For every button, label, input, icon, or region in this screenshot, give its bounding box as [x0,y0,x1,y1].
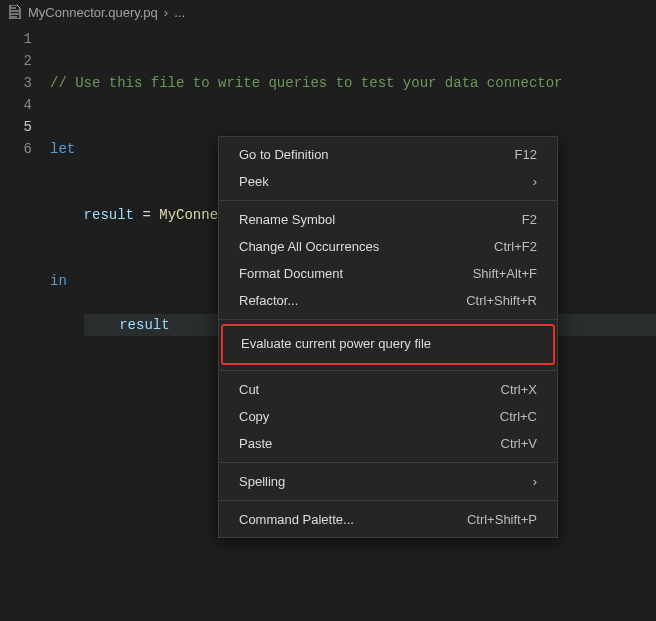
menu-item-cut[interactable]: Cut Ctrl+X [219,376,557,403]
keyword-token: in [50,273,67,289]
line-number: 1 [0,28,32,50]
highlighted-menu-region: Evaluate current power query file [221,324,555,365]
menu-shortcut: Ctrl+X [501,382,537,397]
comment-token: // Use this file to write queries to tes… [50,75,562,91]
breadcrumb-filename[interactable]: MyConnector.query.pq [28,5,158,20]
menu-shortcut: Ctrl+C [500,409,537,424]
menu-item-paste[interactable]: Paste Ctrl+V [219,430,557,457]
menu-label: Cut [239,382,259,397]
menu-separator [219,319,557,320]
menu-label: Evaluate current power query file [241,336,431,351]
menu-label: Change All Occurrences [239,239,379,254]
menu-item-copy[interactable]: Copy Ctrl+C [219,403,557,430]
line-number: 4 [0,94,32,116]
context-menu: Go to Definition F12 Peek › Rename Symbo… [218,136,558,538]
menu-shortcut: Shift+Alt+F [473,266,537,281]
menu-shortcut: Ctrl+V [501,436,537,451]
menu-label: Spelling [239,474,285,489]
breadcrumb-separator: › [164,5,168,20]
line-number-current: 5 [0,116,32,138]
menu-label: Peek [239,174,269,189]
identifier-token: result [84,207,134,223]
menu-item-rename-symbol[interactable]: Rename Symbol F2 [219,206,557,233]
breadcrumb-crumb[interactable]: ... [174,5,185,20]
operator-token: = [134,207,159,223]
line-number: 2 [0,50,32,72]
menu-separator [219,370,557,371]
line-number-gutter: 1 2 3 4 5 6 [0,28,50,424]
identifier-token: result [119,317,169,333]
menu-label: Refactor... [239,293,298,308]
menu-item-spelling[interactable]: Spelling › [219,468,557,495]
menu-label: Format Document [239,266,343,281]
indent [50,207,84,223]
chevron-right-icon: › [533,474,537,489]
menu-shortcut: Ctrl+Shift+R [466,293,537,308]
indent [86,317,120,333]
menu-separator [219,500,557,501]
menu-separator [219,200,557,201]
menu-item-go-to-definition[interactable]: Go to Definition F12 [219,141,557,168]
menu-shortcut: Ctrl+F2 [494,239,537,254]
line-number: 3 [0,72,32,94]
menu-label: Go to Definition [239,147,329,162]
menu-item-command-palette[interactable]: Command Palette... Ctrl+Shift+P [219,506,557,533]
menu-item-change-all-occurrences[interactable]: Change All Occurrences Ctrl+F2 [219,233,557,260]
chevron-right-icon: › [533,174,537,189]
menu-label: Copy [239,409,269,424]
code-line[interactable]: // Use this file to write queries to tes… [50,72,656,94]
keyword-token: let [50,141,75,157]
menu-separator [219,462,557,463]
file-icon [8,5,22,19]
menu-shortcut: F12 [515,147,537,162]
menu-label: Paste [239,436,272,451]
menu-shortcut: Ctrl+Shift+P [467,512,537,527]
menu-label: Command Palette... [239,512,354,527]
breadcrumb[interactable]: MyConnector.query.pq › ... [0,0,656,24]
menu-item-format-document[interactable]: Format Document Shift+Alt+F [219,260,557,287]
menu-item-refactor[interactable]: Refactor... Ctrl+Shift+R [219,287,557,314]
menu-shortcut: F2 [522,212,537,227]
line-number: 6 [0,138,32,160]
menu-item-evaluate-power-query[interactable]: Evaluate current power query file [241,330,535,357]
menu-label: Rename Symbol [239,212,335,227]
menu-item-peek[interactable]: Peek › [219,168,557,195]
